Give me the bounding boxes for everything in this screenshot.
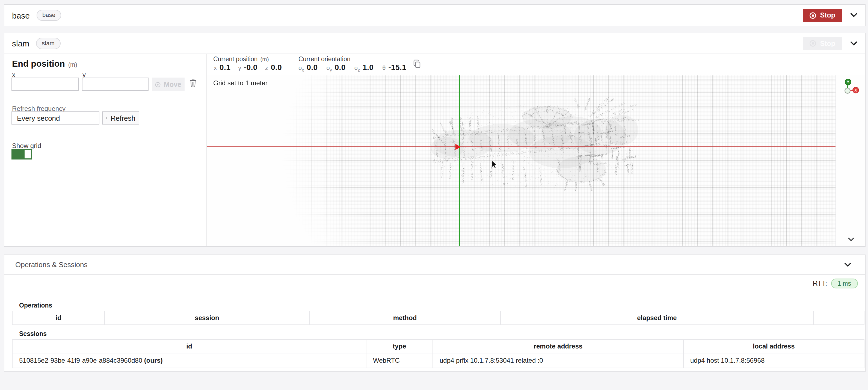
y-input[interactable] [82,78,149,91]
current-orientation-values: ox0.0 oy0.0 oz1.0 θ-15.1 [299,63,406,73]
orientation-oy-value: 0.0 [335,63,346,71]
session-local-cell: udp4 host 10.1.7.8:56968 [683,353,864,368]
sessions-col-remote: remote address [433,339,683,353]
sessions-table: id type remote address local address 510… [12,339,864,368]
sessions-table-title: Sessions [19,330,47,337]
refresh-frequency-value: Every second [17,114,60,122]
sessions-header-row: id type remote address local address [12,339,864,353]
x-input[interactable] [11,78,79,91]
slam-panel-title: slam [12,39,29,48]
move-button-label: Move [164,81,181,88]
robot-control-page: base base Stop slam slam [0,0,868,390]
rtt-indicator: RTT: 1 ms [813,278,858,289]
slam-panel-header: slam slam Stop [4,33,865,54]
position-z-value: 0.0 [271,63,282,71]
svg-text:X: X [854,88,857,92]
slam-stop-button-disabled: Stop [803,37,842,50]
end-position-title: End position(m) [12,59,77,69]
orientation-oz-value: 1.0 [363,63,374,71]
refresh-icon [106,115,107,121]
telemetry-bar: Current position(m) x0.1 y-0.0 z0.0 Curr… [207,54,865,76]
map-expand-chevron-icon[interactable] [848,238,854,241]
base-type-badge: base [36,10,61,21]
session-row: 510815e2-93be-41f9-a90e-a884c3960d80 (ou… [12,353,864,368]
sessions-col-local: local address [683,339,864,353]
rtt-value-badge: 1 ms [831,278,858,289]
end-position-unit: (m) [68,61,77,68]
rtt-label: RTT: [813,280,827,287]
operations-sessions-title: Operations & Sessions [15,261,87,269]
map-x-axis-line [207,146,836,147]
map-side-strip: Y X [836,76,865,246]
position-y-value: -0.0 [244,63,257,71]
delete-end-position-button[interactable] [189,79,196,89]
base-collapse-chevron-icon[interactable] [850,13,857,18]
operations-col-actions [813,311,864,325]
slam-collapse-chevron-icon[interactable] [850,41,857,46]
operations-col-method: method [309,311,500,325]
current-position-values: x0.1 y-0.0 z0.0 [214,63,282,73]
axes-gizmo-icon: Y X [840,78,863,98]
operations-sessions-header: Operations & Sessions [4,255,865,275]
operations-col-id: id [12,311,104,325]
play-circle-icon [155,81,160,88]
operations-collapse-chevron-icon[interactable] [844,263,851,267]
base-panel-title: base [12,11,30,20]
mouse-cursor [491,160,498,169]
operations-table: id session method elapsed time [12,311,864,325]
base-stop-label: Stop [820,11,835,19]
operations-col-elapsed: elapsed time [500,311,813,325]
base-stop-button[interactable]: Stop [803,9,842,22]
stop-circle-icon [809,40,816,47]
session-type-cell: WebRTC [366,353,433,368]
toggle-knob [25,150,31,158]
refresh-frequency-select[interactable]: Every second [11,112,99,124]
current-position-title: Current position(m) [213,56,269,62]
refresh-button[interactable]: Refresh [102,112,139,124]
show-grid-label: Show grid [12,142,41,150]
slam-map-viewport[interactable]: Grid set to 1 meter [207,76,836,246]
end-position-form: End position(m) x y Move Refresh frequen… [4,54,207,246]
svg-text:Y: Y [847,80,849,84]
show-grid-toggle[interactable] [11,149,32,159]
orientation-ox-value: 0.0 [307,63,317,71]
operations-col-session: session [104,311,309,325]
map-y-axis-line [459,76,460,246]
session-id-cell: 510815e2-93be-41f9-a90e-a884c3960d80 (ou… [12,353,366,368]
robot-pose-marker [455,143,461,151]
session-remote-cell: udp4 prflx 10.1.7.8:53041 related :0 [433,353,683,368]
slam-panel: slam slam Stop End position(m) [4,33,865,247]
operations-table-title: Operations [19,302,52,309]
slam-type-badge: slam [36,38,60,49]
slam-pointcloud [207,76,836,246]
sessions-col-id: id [12,339,366,353]
grid-scale-label: Grid set to 1 meter [213,79,268,87]
move-button: Move [152,78,185,91]
slam-stop-label: Stop [820,39,835,47]
position-x-value: 0.1 [219,63,230,71]
refresh-button-label: Refresh [111,114,135,122]
base-panel-header: base base Stop [4,5,865,26]
orientation-theta-value: -15.1 [388,63,406,71]
slam-map-section: Current position(m) x0.1 y-0.0 z0.0 Curr… [207,54,865,246]
stop-circle-icon [809,12,816,19]
sessions-col-type: type [366,339,433,353]
base-panel: base base Stop [4,4,865,26]
copy-telemetry-button[interactable] [413,60,421,70]
copy-icon [413,60,421,68]
current-orientation-title: Current orientation [299,56,350,62]
trash-icon [189,79,196,87]
operations-sessions-panel: Operations & Sessions RTT: 1 ms Operatio… [4,254,865,372]
operations-header-row: id session method elapsed time [12,311,864,325]
